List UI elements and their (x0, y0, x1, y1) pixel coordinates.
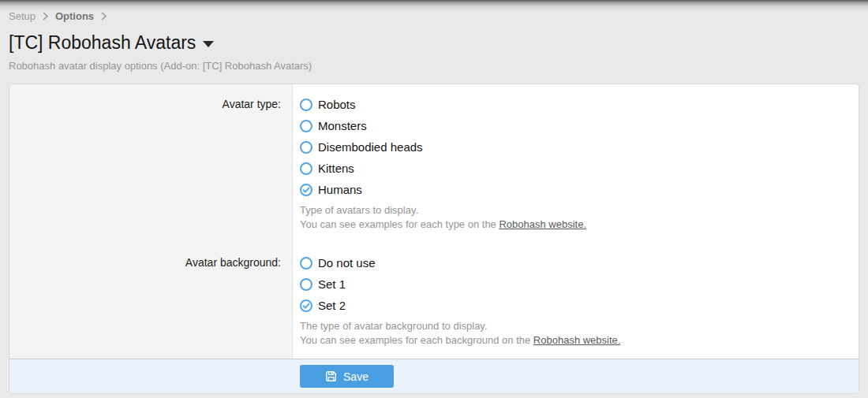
form-row-avatar-type: Avatar type: Robots Monsters Disembodied… (9, 84, 859, 243)
explain-line-2: You can see examples for each background… (300, 333, 846, 348)
explain-text: The type of avatar background to display… (300, 319, 846, 348)
explain-line-1: The type of avatar background to display… (300, 319, 846, 333)
explain-line-2: You can see examples for each type on th… (300, 218, 846, 232)
explain-text: Type of avatars to display. You can see … (300, 203, 846, 232)
caret-down-icon (203, 41, 214, 47)
chevron-right-icon (101, 12, 107, 20)
radio-option-label: Monsters (318, 119, 367, 132)
radio-option-disembodied-heads[interactable]: Disembodied heads (300, 136, 423, 158)
radio-option-robots[interactable]: Robots (300, 94, 356, 115)
breadcrumb-item-options[interactable]: Options (55, 10, 94, 22)
save-button[interactable]: Save (300, 365, 394, 388)
options-page: Setup Options [TC] Robohash Avatars Robo… (0, 0, 868, 394)
radio-selected-icon (300, 184, 312, 196)
radio-option-set-2[interactable]: Set 2 (300, 295, 346, 316)
robohash-website-link[interactable]: Robohash website. (499, 218, 586, 230)
radio-option-label: Kittens (318, 162, 354, 175)
row-label-cell: Avatar background: (9, 243, 293, 359)
chevron-right-icon (43, 12, 48, 20)
radio-unselected-icon (300, 278, 312, 291)
robohash-website-link[interactable]: Robohash website. (533, 334, 621, 346)
radio-option-humans[interactable]: Humans (300, 179, 362, 200)
radio-option-label: Disembodied heads (318, 140, 423, 154)
form-footer-bar: Save (9, 359, 859, 393)
explain-line-2-text: You can see examples for each type on th… (300, 218, 499, 230)
radio-option-label: Set 1 (318, 277, 346, 291)
save-floppy-icon (325, 370, 337, 382)
radio-option-do-not-use[interactable]: Do not use (300, 252, 376, 273)
radio-unselected-icon (300, 257, 312, 270)
page-title-menu[interactable]: [TC] Robohash Avatars (9, 32, 214, 54)
options-form-panel: Avatar type: Robots Monsters Disembodied… (9, 84, 859, 394)
radio-option-label: Robots (318, 98, 356, 111)
radio-unselected-icon (300, 162, 312, 175)
radio-option-label: Do not use (318, 256, 376, 270)
radio-option-set-1[interactable]: Set 1 (300, 273, 346, 295)
radio-unselected-icon (300, 141, 312, 154)
save-button-label: Save (343, 370, 369, 383)
breadcrumb: Setup Options (9, 9, 859, 23)
page-subtitle: Robohash avatar display options (Add-on:… (9, 60, 859, 73)
radio-option-kittens[interactable]: Kittens (300, 158, 354, 179)
radio-option-monsters[interactable]: Monsters (300, 115, 367, 136)
row-label: Avatar type: (223, 94, 281, 115)
explain-line-2-text: You can see examples for each background… (300, 334, 533, 346)
radio-unselected-icon (300, 99, 312, 111)
row-label: Avatar background: (185, 252, 281, 273)
row-control-cell: Do not use Set 1 Set 2 The (293, 243, 859, 359)
form-row-avatar-background: Avatar background: Do not use Set 1 (9, 243, 859, 359)
page-title: [TC] Robohash Avatars (9, 32, 196, 54)
radio-selected-icon (300, 299, 312, 312)
radio-option-label: Set 2 (318, 299, 346, 312)
breadcrumb-item-setup[interactable]: Setup (9, 10, 36, 22)
radio-option-label: Humans (318, 183, 362, 196)
radio-unselected-icon (300, 120, 312, 132)
row-control-cell: Robots Monsters Disembodied heads Kitten… (293, 84, 859, 243)
explain-line-1: Type of avatars to display. (300, 203, 846, 218)
row-label-cell: Avatar type: (9, 84, 293, 243)
